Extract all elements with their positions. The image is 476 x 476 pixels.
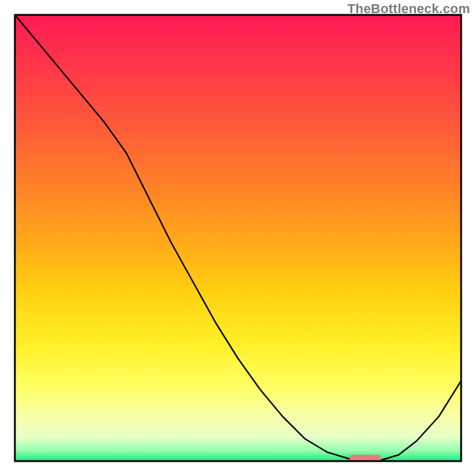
plot-background bbox=[15, 15, 461, 461]
chart-container: TheBottleneck.com bbox=[0, 0, 476, 476]
watermark-label: TheBottleneck.com bbox=[347, 1, 470, 17]
bottleneck-chart bbox=[0, 0, 476, 476]
